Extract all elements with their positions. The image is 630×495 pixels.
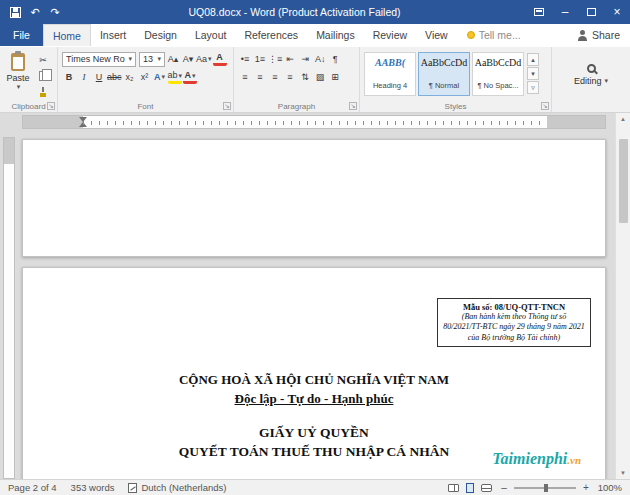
- zoom-in-button[interactable]: +: [581, 482, 591, 493]
- align-left-button[interactable]: ≡: [238, 70, 252, 84]
- document-title-line1[interactable]: GIẤY UỶ QUYỀN: [23, 425, 605, 441]
- tab-design[interactable]: Design: [135, 24, 186, 46]
- national-header-line[interactable]: CỘNG HOÀ XÃ HỘI CHỦ NGHĨA VIỆT NAM: [23, 372, 605, 388]
- style-preview: AaBbCcDd: [419, 57, 469, 77]
- tab-view[interactable]: View: [416, 24, 457, 46]
- paste-button[interactable]: Paste ▾: [4, 51, 32, 98]
- editing-group[interactable]: Editing ▾: [552, 47, 630, 112]
- gallery-down-button[interactable]: ▾: [527, 67, 539, 80]
- chevron-down-icon: ▾: [157, 55, 161, 63]
- save-button[interactable]: [7, 4, 23, 20]
- text-effects-button[interactable]: A▾: [153, 70, 167, 84]
- font-size-value: 13: [143, 54, 153, 64]
- style-name: ¶ No Spac...: [473, 81, 523, 90]
- language-indicator[interactable]: Dutch (Netherlands): [128, 482, 226, 493]
- close-button[interactable]: ×: [604, 0, 630, 24]
- chevron-down-icon: ▾: [208, 55, 212, 63]
- shrink-font-button[interactable]: A▾: [181, 52, 195, 66]
- strikethrough-button[interactable]: abc: [107, 70, 122, 84]
- word-count[interactable]: 353 words: [71, 482, 115, 493]
- style-no-spacing[interactable]: AaBbCcDd ¶ No Spac...: [472, 52, 524, 96]
- show-hide-button[interactable]: ¶: [328, 52, 342, 66]
- tab-insert[interactable]: Insert: [91, 24, 135, 46]
- page-1[interactable]: [22, 139, 606, 257]
- clipboard-small-buttons: ✂: [36, 51, 50, 98]
- change-case-button[interactable]: Aa▾: [196, 52, 212, 66]
- share-button[interactable]: Share: [577, 24, 620, 46]
- decrease-indent-button[interactable]: ⇤: [283, 52, 297, 66]
- tab-layout[interactable]: Layout: [186, 24, 236, 46]
- font-family-combo[interactable]: Times New Ro ▾: [62, 52, 136, 67]
- align-right-button[interactable]: ≡: [268, 70, 282, 84]
- form-issue-note[interactable]: (Ban hành kèm theo Thông tư số 80/2021/T…: [442, 312, 586, 343]
- format-painter-button[interactable]: [36, 85, 50, 98]
- form-number-box[interactable]: Mẫu số: 08/UQ-QTT-TNCN (Ban hành kèm the…: [437, 298, 591, 347]
- italic-button[interactable]: I: [77, 70, 91, 84]
- borders-button[interactable]: ⊞: [328, 70, 342, 84]
- minimize-button[interactable]: –: [552, 0, 578, 24]
- scroll-up-arrow[interactable]: ▲: [620, 113, 626, 125]
- page-indicator[interactable]: Page 2 of 4: [8, 482, 57, 493]
- shading-button[interactable]: ▨: [313, 70, 327, 84]
- form-number-line[interactable]: Mẫu số: 08/UQ-QTT-TNCN: [442, 302, 586, 312]
- undo-button[interactable]: ↶: [27, 4, 43, 20]
- tab-references[interactable]: References: [235, 24, 307, 46]
- bullets-button[interactable]: •≡: [238, 52, 252, 66]
- left-indent-marker[interactable]: [79, 122, 87, 127]
- style-normal[interactable]: AaBbCcDd ¶ Normal: [418, 52, 470, 96]
- align-center-button[interactable]: ≡: [253, 70, 267, 84]
- clear-formatting-button[interactable]: A: [213, 52, 227, 66]
- tell-me-box[interactable]: Tell me...: [467, 24, 521, 46]
- text-effects-icon: A: [154, 72, 161, 82]
- gallery-more-button[interactable]: ▿: [527, 81, 539, 94]
- page-2[interactable]: Mẫu số: 08/UQ-QTT-TNCN (Ban hành kèm the…: [22, 267, 606, 479]
- clipboard-dialog-launcher[interactable]: ↘: [47, 102, 55, 110]
- zoom-percentage[interactable]: 100%: [596, 482, 622, 493]
- copy-button[interactable]: [36, 70, 50, 83]
- document-area: Mẫu số: 08/UQ-QTT-TNCN (Ban hành kèm the…: [0, 113, 630, 479]
- gallery-up-button[interactable]: ▴: [527, 53, 539, 66]
- cut-button[interactable]: ✂: [36, 54, 50, 67]
- zoom-slider[interactable]: [514, 487, 576, 489]
- paragraph-dialog-launcher[interactable]: ↘: [349, 102, 357, 110]
- vertical-scrollbar[interactable]: ▲ ▼: [615, 113, 630, 479]
- style-name: Heading 4: [365, 81, 415, 90]
- tab-home[interactable]: Home: [43, 24, 91, 46]
- text-highlight-button[interactable]: ab▾: [168, 70, 183, 84]
- style-heading4[interactable]: AABB( Heading 4: [364, 52, 416, 96]
- justify-button[interactable]: ≡: [283, 70, 297, 84]
- redo-button[interactable]: ↷: [47, 4, 63, 20]
- style-preview: AaBbCcDd: [473, 57, 523, 77]
- font-color-button[interactable]: A▾: [183, 70, 197, 84]
- numbering-button[interactable]: 1≡: [253, 52, 267, 66]
- grow-font-button[interactable]: A▴: [166, 52, 180, 66]
- print-layout-button[interactable]: [466, 483, 474, 493]
- scrollbar-thumb[interactable]: [619, 139, 628, 223]
- horizontal-ruler[interactable]: [22, 115, 606, 129]
- watermark-suffix: .vn: [567, 454, 581, 466]
- font-dialog-launcher[interactable]: ↘: [223, 102, 231, 110]
- zoom-slider-thumb[interactable]: [544, 484, 548, 492]
- motto-line[interactable]: Độc lập - Tự do - Hạnh phúc: [23, 391, 605, 407]
- zoom-out-button[interactable]: –: [499, 482, 509, 493]
- scroll-down-arrow[interactable]: ▼: [620, 467, 626, 479]
- web-layout-button[interactable]: [481, 484, 492, 492]
- font-size-combo[interactable]: 13 ▾: [139, 52, 165, 67]
- restore-icon: [587, 8, 596, 16]
- underline-button[interactable]: U: [92, 70, 106, 84]
- multilevel-list-button[interactable]: ⋮≡: [268, 52, 282, 66]
- tab-review[interactable]: Review: [364, 24, 416, 46]
- tab-mailings[interactable]: Mailings: [307, 24, 364, 46]
- subscript-button[interactable]: x₂: [123, 70, 137, 84]
- read-mode-button[interactable]: [448, 484, 459, 492]
- ribbon-display-options-button[interactable]: [526, 0, 552, 24]
- sort-button[interactable]: A↓: [313, 52, 327, 66]
- vertical-ruler[interactable]: [3, 137, 15, 479]
- superscript-button[interactable]: x²: [138, 70, 152, 84]
- tab-file[interactable]: File: [0, 24, 43, 46]
- line-spacing-button[interactable]: ⇅: [298, 70, 312, 84]
- styles-dialog-launcher[interactable]: ↘: [541, 102, 549, 110]
- increase-indent-button[interactable]: ⇥: [298, 52, 312, 66]
- bold-button[interactable]: B: [62, 70, 76, 84]
- maximize-button[interactable]: [578, 0, 604, 24]
